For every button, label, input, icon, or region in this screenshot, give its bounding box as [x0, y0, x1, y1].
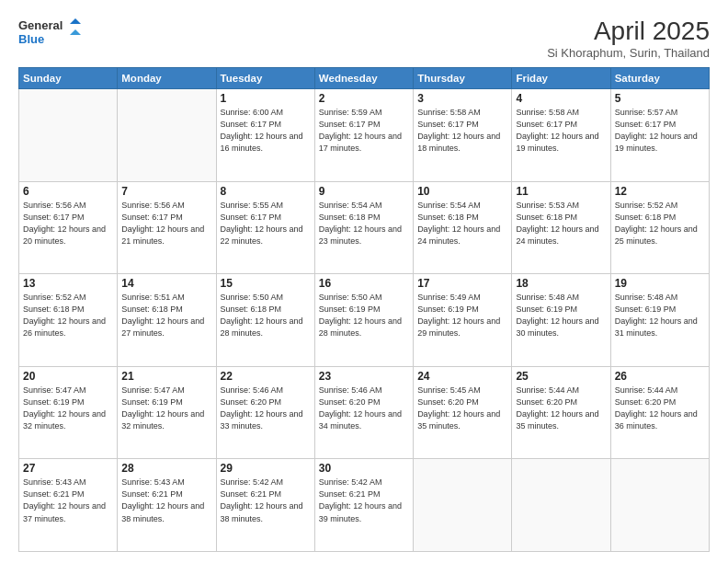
calendar-header-row: Sunday Monday Tuesday Wednesday Thursday…	[19, 68, 710, 89]
day-info: Sunrise: 5:42 AM Sunset: 6:21 PM Dayligh…	[221, 477, 311, 524]
day-info: Sunrise: 5:48 AM Sunset: 6:19 PM Dayligh…	[615, 292, 705, 339]
day-number: 11	[516, 185, 606, 198]
day-info: Sunrise: 5:42 AM Sunset: 6:21 PM Dayligh…	[319, 477, 409, 524]
day-number: 18	[516, 277, 606, 290]
day-info: Sunrise: 5:56 AM Sunset: 6:17 PM Dayligh…	[121, 200, 211, 247]
day-number: 29	[221, 462, 311, 475]
day-info: Sunrise: 5:51 AM Sunset: 6:18 PM Dayligh…	[121, 292, 211, 339]
day-number: 12	[615, 185, 705, 198]
day-info: Sunrise: 5:49 AM Sunset: 6:19 PM Dayligh…	[417, 292, 507, 339]
table-row: 3Sunrise: 5:58 AM Sunset: 6:17 PM Daylig…	[414, 89, 512, 182]
col-friday: Friday	[512, 68, 610, 89]
table-row: 15Sunrise: 5:50 AM Sunset: 6:18 PM Dayli…	[216, 274, 314, 367]
day-info: Sunrise: 5:58 AM Sunset: 6:17 PM Dayligh…	[417, 107, 507, 155]
day-number: 9	[319, 185, 409, 198]
table-row: 9Sunrise: 5:54 AM Sunset: 6:18 PM Daylig…	[314, 181, 413, 274]
table-row: 30Sunrise: 5:42 AM Sunset: 6:21 PM Dayli…	[314, 459, 413, 552]
table-row	[610, 459, 709, 552]
col-wednesday: Wednesday	[314, 68, 413, 89]
calendar-table: Sunday Monday Tuesday Wednesday Thursday…	[18, 67, 710, 552]
day-info: Sunrise: 5:44 AM Sunset: 6:20 PM Dayligh…	[615, 385, 705, 432]
day-info: Sunrise: 5:47 AM Sunset: 6:19 PM Dayligh…	[121, 385, 211, 432]
day-info: Sunrise: 5:50 AM Sunset: 6:18 PM Dayligh…	[221, 292, 311, 339]
day-number: 25	[516, 370, 606, 383]
day-number: 27	[23, 462, 113, 475]
table-row: 28Sunrise: 5:43 AM Sunset: 6:21 PM Dayli…	[118, 459, 216, 552]
day-info: Sunrise: 5:45 AM Sunset: 6:20 PM Dayligh…	[417, 385, 507, 432]
table-row	[118, 89, 216, 182]
page: General Blue General Blue April 2025 Si …	[0, 0, 728, 563]
day-info: Sunrise: 5:43 AM Sunset: 6:21 PM Dayligh…	[121, 477, 211, 524]
svg-text:Blue: Blue	[18, 32, 44, 46]
day-number: 2	[319, 92, 409, 105]
svg-marker-3	[70, 29, 81, 35]
col-sunday: Sunday	[19, 68, 118, 89]
day-info: Sunrise: 5:54 AM Sunset: 6:18 PM Dayligh…	[417, 200, 507, 247]
table-row: 27Sunrise: 5:43 AM Sunset: 6:21 PM Dayli…	[19, 459, 118, 552]
table-row	[512, 459, 610, 552]
day-number: 30	[319, 462, 409, 475]
table-row: 24Sunrise: 5:45 AM Sunset: 6:20 PM Dayli…	[414, 366, 512, 459]
table-row: 7Sunrise: 5:56 AM Sunset: 6:17 PM Daylig…	[118, 181, 216, 274]
day-info: Sunrise: 5:52 AM Sunset: 6:18 PM Dayligh…	[23, 292, 113, 339]
day-info: Sunrise: 5:44 AM Sunset: 6:20 PM Dayligh…	[516, 385, 606, 432]
day-info: Sunrise: 5:58 AM Sunset: 6:17 PM Dayligh…	[516, 107, 606, 155]
day-number: 26	[615, 370, 705, 383]
day-number: 5	[615, 92, 705, 105]
day-number: 23	[319, 370, 409, 383]
table-row: 2Sunrise: 5:59 AM Sunset: 6:17 PM Daylig…	[314, 89, 413, 182]
table-row: 19Sunrise: 5:48 AM Sunset: 6:19 PM Dayli…	[610, 274, 709, 367]
logo: General Blue	[18, 17, 83, 48]
col-tuesday: Tuesday	[216, 68, 314, 89]
day-info: Sunrise: 6:00 AM Sunset: 6:17 PM Dayligh…	[221, 107, 311, 155]
table-row: 18Sunrise: 5:48 AM Sunset: 6:19 PM Dayli…	[512, 274, 610, 367]
day-number: 24	[417, 370, 507, 383]
day-number: 6	[23, 185, 113, 198]
day-number: 14	[121, 277, 211, 290]
table-row: 4Sunrise: 5:58 AM Sunset: 6:17 PM Daylig…	[512, 89, 610, 182]
table-row: 17Sunrise: 5:49 AM Sunset: 6:19 PM Dayli…	[414, 274, 512, 367]
generalblue-logo: General Blue	[18, 17, 83, 48]
day-number: 21	[121, 370, 211, 383]
table-row: 13Sunrise: 5:52 AM Sunset: 6:18 PM Dayli…	[19, 274, 118, 367]
table-row: 26Sunrise: 5:44 AM Sunset: 6:20 PM Dayli…	[610, 366, 709, 459]
table-row: 25Sunrise: 5:44 AM Sunset: 6:20 PM Dayli…	[512, 366, 610, 459]
day-number: 7	[121, 185, 211, 198]
day-info: Sunrise: 5:48 AM Sunset: 6:19 PM Dayligh…	[516, 292, 606, 339]
table-row: 5Sunrise: 5:57 AM Sunset: 6:17 PM Daylig…	[610, 89, 709, 182]
day-number: 20	[23, 370, 113, 383]
header: General Blue General Blue April 2025 Si …	[18, 17, 710, 60]
table-row: 21Sunrise: 5:47 AM Sunset: 6:19 PM Dayli…	[118, 366, 216, 459]
col-thursday: Thursday	[414, 68, 512, 89]
table-row: 6Sunrise: 5:56 AM Sunset: 6:17 PM Daylig…	[19, 181, 118, 274]
day-number: 3	[417, 92, 507, 105]
table-row: 11Sunrise: 5:53 AM Sunset: 6:18 PM Dayli…	[512, 181, 610, 274]
calendar-subtitle: Si Khoraphum, Surin, Thailand	[547, 46, 710, 60]
day-number: 8	[221, 185, 311, 198]
table-row: 10Sunrise: 5:54 AM Sunset: 6:18 PM Dayli…	[414, 181, 512, 274]
svg-marker-2	[70, 18, 81, 24]
day-number: 4	[516, 92, 606, 105]
table-row: 23Sunrise: 5:46 AM Sunset: 6:20 PM Dayli…	[314, 366, 413, 459]
table-row: 16Sunrise: 5:50 AM Sunset: 6:19 PM Dayli…	[314, 274, 413, 367]
day-info: Sunrise: 5:55 AM Sunset: 6:17 PM Dayligh…	[221, 200, 311, 247]
day-info: Sunrise: 5:56 AM Sunset: 6:17 PM Dayligh…	[23, 200, 113, 247]
day-info: Sunrise: 5:43 AM Sunset: 6:21 PM Dayligh…	[23, 477, 113, 524]
table-row: 22Sunrise: 5:46 AM Sunset: 6:20 PM Dayli…	[216, 366, 314, 459]
col-saturday: Saturday	[610, 68, 709, 89]
day-info: Sunrise: 5:52 AM Sunset: 6:18 PM Dayligh…	[615, 200, 705, 247]
table-row	[19, 89, 118, 182]
day-number: 1	[221, 92, 311, 105]
day-info: Sunrise: 5:46 AM Sunset: 6:20 PM Dayligh…	[221, 385, 311, 432]
svg-text:General: General	[18, 18, 63, 32]
col-monday: Monday	[118, 68, 216, 89]
table-row: 12Sunrise: 5:52 AM Sunset: 6:18 PM Dayli…	[610, 181, 709, 274]
day-number: 13	[23, 277, 113, 290]
day-number: 17	[417, 277, 507, 290]
day-info: Sunrise: 5:47 AM Sunset: 6:19 PM Dayligh…	[23, 385, 113, 432]
day-info: Sunrise: 5:57 AM Sunset: 6:17 PM Dayligh…	[615, 107, 705, 155]
day-number: 19	[615, 277, 705, 290]
table-row: 14Sunrise: 5:51 AM Sunset: 6:18 PM Dayli…	[118, 274, 216, 367]
day-info: Sunrise: 5:53 AM Sunset: 6:18 PM Dayligh…	[516, 200, 606, 247]
day-number: 16	[319, 277, 409, 290]
